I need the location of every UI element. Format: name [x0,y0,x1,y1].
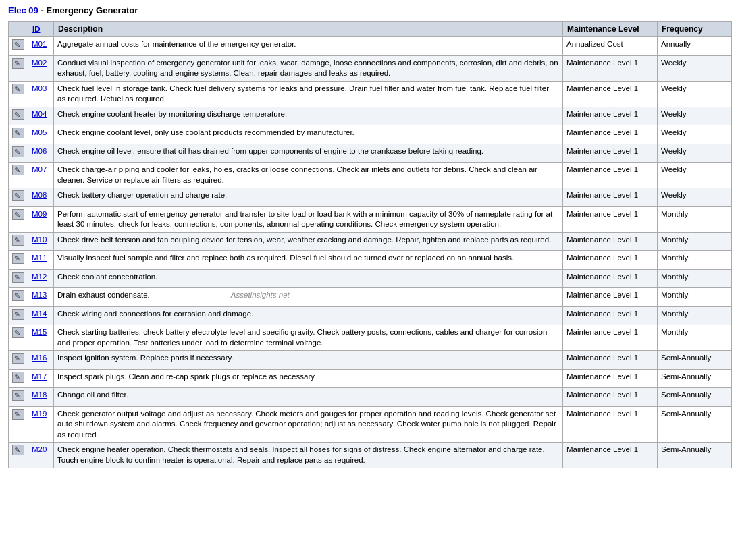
row-id[interactable]: M17 [28,369,54,388]
row-id[interactable]: M09 [28,206,54,232]
row-level: Maintenance Level 1 [563,388,658,407]
row-description: Check engine coolant heater by monitorin… [54,107,563,125]
row-id[interactable]: M05 [28,125,54,144]
edit-icon[interactable] [12,146,24,157]
row-level: Maintenance Level 1 [563,406,658,443]
row-level: Maintenance Level 1 [563,306,658,325]
edit-icon[interactable] [12,309,24,320]
row-description: Check drive belt tension and fan couplin… [54,232,563,251]
row-id[interactable]: M07 [28,163,54,188]
row-level: Maintenance Level 1 [563,251,658,270]
row-id[interactable]: M04 [28,107,54,125]
row-description: Check generator output voltage and adjus… [54,406,563,443]
edit-cell [9,144,28,163]
row-id[interactable]: M14 [28,306,54,325]
row-id[interactable]: M01 [28,37,54,56]
row-id[interactable]: M06 [28,144,54,163]
row-description: Check charge-air piping and cooler for l… [54,163,563,188]
row-id[interactable]: M18 [28,388,54,407]
row-level: Maintenance Level 1 [563,206,658,232]
row-description: Aggregate annual costs for maintenance o… [54,37,563,56]
edit-icon[interactable] [12,190,24,201]
edit-cell [9,107,28,125]
table-row: M01Aggregate annual costs for maintenanc… [9,37,732,56]
edit-icon[interactable] [12,165,24,175]
edit-icon[interactable] [12,272,24,283]
table-row: M02Conduct visual inspection of emergenc… [9,55,732,81]
maintenance-table: ID Description Maintenance Level Frequen… [8,21,732,468]
row-id[interactable]: M12 [28,269,54,288]
row-id[interactable]: M10 [28,232,54,251]
row-id[interactable]: M03 [28,81,54,107]
row-frequency: Semi-Annually [658,388,732,407]
edit-icon[interactable] [12,209,24,220]
row-description: Check engine coolant level, only use coo… [54,125,563,144]
row-frequency: Monthly [658,288,732,307]
edit-icon[interactable] [12,290,24,301]
table-row: M18Change oil and filter.Maintenance Lev… [9,388,732,407]
row-frequency: Monthly [658,251,732,270]
row-id[interactable]: M15 [28,325,54,351]
row-frequency: Weekly [658,163,732,188]
edit-icon[interactable] [12,39,24,50]
table-row: M12Check coolant concentration.Maintenan… [9,269,732,288]
table-row: M19Check generator output voltage and ad… [9,406,732,443]
row-id[interactable]: M20 [28,443,54,468]
row-description: Visually inspect fuel sample and filter … [54,251,563,270]
edit-icon[interactable] [12,445,24,455]
row-frequency: Weekly [658,188,732,207]
edit-icon[interactable] [12,409,24,420]
edit-icon[interactable] [12,109,24,120]
edit-icon[interactable] [12,58,24,69]
table-row: M03Check fuel level in storage tank. Che… [9,81,732,107]
col-header-id: ID [28,22,54,37]
edit-cell [9,163,28,188]
edit-icon[interactable] [12,235,24,246]
table-row: M20Check engine heater operation. Check … [9,443,732,468]
edit-cell [9,232,28,251]
edit-cell [9,325,28,351]
edit-icon[interactable] [12,253,24,264]
col-header-edit [9,22,28,37]
row-id[interactable]: M19 [28,406,54,443]
col-header-freq: Frequency [658,22,732,37]
table-row: M10Check drive belt tension and fan coup… [9,232,732,251]
row-level: Maintenance Level 1 [563,288,658,307]
breadcrumb-link[interactable]: Elec 09 [8,5,38,16]
edit-cell [9,306,28,325]
row-frequency: Monthly [658,206,732,232]
edit-icon[interactable] [12,128,24,138]
row-description: Check battery charger operation and char… [54,188,563,207]
page-title: Elec 09 - Emergency Generator [8,5,732,16]
table-row: M07Check charge-air piping and cooler fo… [9,163,732,188]
row-level: Maintenance Level 1 [563,269,658,288]
edit-icon[interactable] [12,372,24,383]
edit-cell [9,81,28,107]
edit-icon[interactable] [12,353,24,364]
table-row: M17Inspect spark plugs. Clean and re-cap… [9,369,732,388]
edit-icon[interactable] [12,327,24,338]
table-row: M06Check engine oil level, ensure that o… [9,144,732,163]
row-id[interactable]: M16 [28,351,54,370]
row-id[interactable]: M11 [28,251,54,270]
table-row: M14Check wiring and connections for corr… [9,306,732,325]
edit-icon[interactable] [12,84,24,94]
row-level: Maintenance Level 1 [563,188,658,207]
row-frequency: Monthly [658,325,732,351]
row-level: Maintenance Level 1 [563,443,658,468]
row-id[interactable]: M08 [28,188,54,207]
row-level: Maintenance Level 1 [563,369,658,388]
row-level: Maintenance Level 1 [563,81,658,107]
row-description: Drain exhaust condensate.Assetinsights.n… [54,288,563,307]
row-id[interactable]: M13 [28,288,54,307]
edit-cell [9,369,28,388]
row-description: Check engine oil level, ensure that oil … [54,144,563,163]
edit-cell [9,288,28,307]
row-frequency: Semi-Annually [658,369,732,388]
row-frequency: Monthly [658,269,732,288]
row-id[interactable]: M02 [28,55,54,81]
edit-icon[interactable] [12,390,24,401]
row-level: Maintenance Level 1 [563,107,658,125]
table-row: M09Perform automatic start of emergency … [9,206,732,232]
row-frequency: Monthly [658,232,732,251]
